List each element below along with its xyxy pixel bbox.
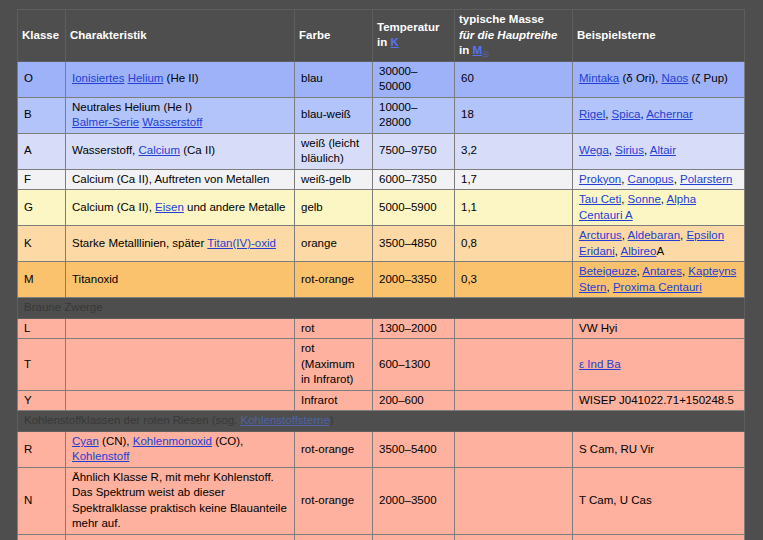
cell-charakteristik-L xyxy=(66,318,295,339)
text-segment: Ähnlich Klasse R, mit mehr Kohlenstoff. … xyxy=(72,471,287,530)
column-header-charakteristik: Charakteristik xyxy=(66,10,295,62)
text-segment: Wasserstoff, xyxy=(72,144,138,156)
wiki-link[interactable]: Titan(IV)-oxid xyxy=(207,237,276,249)
wiki-link[interactable]: Kohlenmonoxid xyxy=(133,435,212,447)
cell-beispielsterne-R: S Cam, RU Vir xyxy=(573,431,745,467)
wiki-link[interactable]: Naos xyxy=(661,72,688,84)
text-segment: rot-orange xyxy=(301,494,354,506)
wiki-link[interactable]: Antares xyxy=(642,265,682,277)
wiki-link[interactable]: M☉ xyxy=(472,44,489,56)
cell-beispielsterne-O: Mintaka (δ Ori), Naos (ζ Pup) xyxy=(573,61,745,97)
text-segment: weiß (leicht bläulich) xyxy=(301,137,359,165)
wiki-link[interactable]: Polarstern xyxy=(680,173,732,185)
cell-temperatur-F: 6000–7350 xyxy=(373,169,455,190)
cell-charakteristik-K: Starke Metalllinien, später Titan(IV)-ox… xyxy=(66,226,295,262)
column-header-temperatur: Temperaturin K xyxy=(373,10,455,62)
cell-klasse-N: N xyxy=(18,467,66,534)
wiki-link[interactable]: ε Ind Ba xyxy=(579,358,621,370)
wiki-link[interactable]: Arcturus xyxy=(579,229,622,241)
wiki-link[interactable]: Mintaka xyxy=(579,72,619,84)
cell-charakteristik-O: Ionisiertes Helium (He II) xyxy=(66,61,295,97)
text-segment: (He II) xyxy=(163,72,198,84)
table-body: OIonisiertes Helium (He II)blau30000–500… xyxy=(18,61,745,540)
cell-temperatur-R: 3500–5400 xyxy=(373,431,455,467)
text-segment: VW Hyi xyxy=(579,322,617,334)
text-segment: A xyxy=(656,245,664,257)
cell-farbe-F: weiß-gelb xyxy=(295,169,373,190)
wiki-link[interactable]: Cyan xyxy=(72,435,99,447)
text-segment: 7500–9750 xyxy=(379,144,437,156)
wiki-link[interactable]: Altair xyxy=(650,144,676,156)
cell-beispielsterne-N: T Cam, U Cas xyxy=(573,467,745,534)
wiki-link[interactable]: Helium xyxy=(128,72,164,84)
text-segment: WISEP J041022.71+150248.5 xyxy=(579,394,734,406)
row-O: OIonisiertes Helium (He II)blau30000–500… xyxy=(18,61,745,97)
text-segment: (ζ Pup) xyxy=(688,72,728,84)
cell-masse-K: 0,8 xyxy=(455,226,573,262)
cell-masse-R xyxy=(455,431,573,467)
cell-farbe-Y: Infrarot xyxy=(295,390,373,411)
text-segment: Neutrales Helium (He I) xyxy=(72,101,192,113)
text-segment: ) xyxy=(330,414,334,426)
text-segment: 1300–2000 xyxy=(379,322,437,334)
wiki-link[interactable]: Wega xyxy=(579,144,609,156)
cell-temperatur-K: 3500–4850 xyxy=(373,226,455,262)
wiki-link[interactable]: Prokyon xyxy=(579,173,621,185)
cell-charakteristik-Y xyxy=(66,390,295,411)
wiki-link[interactable]: Sonne xyxy=(628,193,661,205)
cell-klasse-O: O xyxy=(18,61,66,97)
text-segment: Titanoxid xyxy=(72,273,118,285)
column-header-farbe: Farbe xyxy=(295,10,373,62)
text-segment: Calcium (Ca II), Auftreten von Metallen xyxy=(72,173,270,185)
wiki-link[interactable]: Calcium xyxy=(138,144,180,156)
cell-farbe-G: gelb xyxy=(295,190,373,226)
wiki-link[interactable]: Sirius xyxy=(615,144,644,156)
wiki-link[interactable]: K xyxy=(390,36,398,48)
section-title: Kohlenstoffklassen der roten Riesen (sog… xyxy=(18,411,745,432)
cell-farbe-T: rot (Maximum in Infrarot) xyxy=(295,339,373,391)
wiki-link[interactable]: Wasserstoff xyxy=(142,116,202,128)
cell-beispielsterne-A: Wega, Sirius, Altair xyxy=(573,133,745,169)
header-row: KlasseCharakteristikFarbeTemperaturin Kt… xyxy=(18,10,745,62)
cell-farbe-L: rot xyxy=(295,318,373,339)
cell-klasse-K: K xyxy=(18,226,66,262)
wiki-link[interactable]: Tau Ceti xyxy=(579,193,621,205)
wiki-link[interactable]: Kohlenstoff xyxy=(72,450,129,462)
cell-beispielsterne-M: Beteigeuze, Antares, Kapteyns Stern, Pro… xyxy=(573,262,745,298)
wiki-link[interactable]: Kohlenstoffsterne xyxy=(241,414,330,426)
section-row: Kohlenstoffklassen der roten Riesen (sog… xyxy=(18,411,745,432)
cell-klasse-M: M xyxy=(18,262,66,298)
text-segment: 18 xyxy=(461,108,474,120)
row-Y: YInfrarot200–600WISEP J041022.71+150248.… xyxy=(18,390,745,411)
wiki-link[interactable]: Proxima Centauri xyxy=(613,281,702,293)
wiki-link[interactable]: Spica xyxy=(612,108,641,120)
cell-temperatur-G: 5000–5900 xyxy=(373,190,455,226)
wiki-link[interactable]: Canopus xyxy=(628,173,674,185)
cell-temperatur-S: 1900–3500 xyxy=(373,534,455,540)
row-A: AWasserstoff, Calcium (Ca II)weiß (leich… xyxy=(18,133,745,169)
text-segment: Kohlenstoffklassen der roten Riesen (sog… xyxy=(24,414,241,426)
wiki-link[interactable]: Balmer-Serie xyxy=(72,116,139,128)
cell-charakteristik-S: Zirkonoxid xyxy=(66,534,295,540)
cell-beispielsterne-T: ε Ind Ba xyxy=(573,339,745,391)
cell-klasse-R: R xyxy=(18,431,66,467)
section-title: Braune Zwerge xyxy=(18,298,745,319)
cell-temperatur-Y: 200–600 xyxy=(373,390,455,411)
cell-klasse-Y: Y xyxy=(18,390,66,411)
text-segment: 10000–28000 xyxy=(379,101,417,129)
cell-beispielsterne-K: Arcturus, Aldebaran, Epsilon Eridani, Al… xyxy=(573,226,745,262)
cell-temperatur-M: 2000–3350 xyxy=(373,262,455,298)
wiki-link[interactable]: Aldebaran xyxy=(628,229,680,241)
wiki-link[interactable]: Ionisiertes xyxy=(72,72,124,84)
wiki-link[interactable]: Eisen xyxy=(155,201,184,213)
text-segment: 1,1 xyxy=(461,201,477,213)
cell-temperatur-N: 2000–3500 xyxy=(373,467,455,534)
wiki-link[interactable]: Rigel xyxy=(579,108,605,120)
wiki-link[interactable]: Beteigeuze xyxy=(579,265,637,277)
wiki-link[interactable]: Achernar xyxy=(646,108,693,120)
text-segment: für die Hauptreihe xyxy=(459,29,557,41)
cell-klasse-G: G xyxy=(18,190,66,226)
column-header-klasse: Klasse xyxy=(18,10,66,62)
cell-masse-F: 1,7 xyxy=(455,169,573,190)
wiki-link[interactable]: Albireo xyxy=(621,245,657,257)
